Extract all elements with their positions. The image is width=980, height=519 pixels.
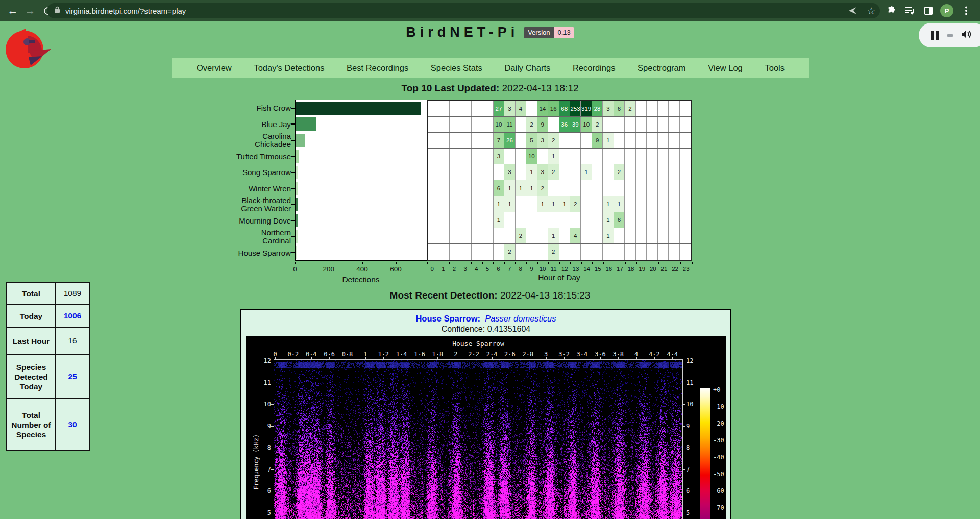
spectrogram-axis-item [528,357,528,359]
heat-cell [658,117,669,132]
spectrogram-axis-item: 6 [686,487,690,495]
species-label-house-sparrow: House Sparrow [214,249,291,257]
spectrogram-axis-item [271,469,274,470]
heat-cell [504,149,515,164]
heat-cell [581,180,592,195]
heat-cell [460,212,471,228]
heat-cell [647,228,657,243]
nav-item-view-log[interactable]: View Log [708,63,743,73]
heat-cell [494,228,504,243]
spectrogram-axis-item [329,357,330,359]
stat-value[interactable]: 1006 [56,305,89,327]
heat-cell [516,133,526,148]
heat-cell [669,196,679,212]
heat-cell: 1 [548,228,559,243]
heat-row-black-throated-green-warbler: 11111211 [428,196,691,212]
nav-item-tools[interactable]: Tools [765,63,785,73]
heat-cell: 9 [537,117,548,132]
address-bar[interactable]: virginia.birdnetpi.com/?stream=play [47,3,880,18]
heat-cell [516,244,526,260]
species-label-black-throated-green-warbler: Black-throated Green Warbler [214,196,291,212]
hour-axis-tick [471,262,472,264]
spectrogram-axis-item [271,404,274,405]
colorbar-tick-label: -30 [713,437,724,444]
menu-dots-icon[interactable] [960,4,973,17]
bookmark-star-icon[interactable]: ☆ [865,4,878,17]
stat-row-species-detected-today: Species Detected Today25 [7,355,89,399]
heat-cell: 2 [592,117,603,132]
birdnetpi-dashboard: ← → virginia.birdnetpi.com/?stream=play … [0,0,980,519]
heat-cell [636,180,647,195]
hour-axis-number: 11 [551,266,557,272]
back-icon[interactable]: ← [4,0,21,21]
profile-avatar[interactable]: P [940,4,953,17]
hour-axis-tick [648,262,649,264]
lock-icon [54,6,60,15]
heat-cell: 1 [559,196,570,212]
detection-card: House Sparrow: Passer domesticus Confide… [240,309,731,519]
detections-axis-label: Detections [342,275,379,284]
heat-cell [680,117,691,132]
forward-icon[interactable]: → [21,0,39,21]
heat-cell [516,196,526,212]
heat-row-winter-wren: 61112 [428,180,691,196]
colorbar-tick-label: -10 [713,403,724,410]
spectrogram-axis-item: 1·6 [414,351,425,358]
nav-item-best-recordings[interactable]: Best Recordings [347,63,408,73]
side-panel-icon[interactable] [922,4,935,17]
version-value: 0.13 [554,27,574,38]
heat-cell [570,244,581,260]
heat-cell [428,244,438,260]
heat-cell [680,180,691,195]
heat-cell [680,149,691,164]
nav-item-species-stats[interactable]: Species Stats [431,63,482,73]
species-common-name[interactable]: House Sparrow: [415,314,480,323]
spectrogram-axis-item [293,357,293,359]
nav-item-today-s-detections[interactable]: Today's Detections [254,63,324,73]
hour-axis-number: 14 [583,266,590,272]
spectrogram-axis-item: 10 [262,401,271,408]
heat-cell [680,133,691,148]
hour-axis-tick [625,262,626,264]
stat-value[interactable]: 25 [56,355,89,398]
send-icon[interactable] [846,4,860,17]
hour-axis-number: 20 [650,266,656,272]
heat-cell [450,133,460,148]
browser-toolbar: ← → virginia.birdnetpi.com/?stream=play … [0,0,980,21]
nav-item-overview[interactable]: Overview [197,63,232,73]
spectrogram-axis-item [348,357,348,359]
spectrogram-axis-item [311,357,312,359]
nav-item-recordings[interactable]: Recordings [573,63,615,73]
stat-label: Total Number of Species [7,399,56,450]
nav-item-spectrogram[interactable]: Spectrogram [638,63,685,73]
heat-cell [636,196,647,212]
heat-cell: 26 [504,133,515,148]
hour-axis-tick [603,262,604,264]
spectrogram-axis-item: 0·2 [288,351,299,358]
heat-cell: 1 [494,196,504,212]
hour-axis-tick [581,262,582,264]
heat-cell [482,164,493,180]
stat-value[interactable]: 30 [56,399,89,450]
heat-cell [460,149,471,164]
spectrogram-axis-item [600,357,601,359]
species-axis-tick [291,140,295,141]
hour-axis-number: 10 [540,266,546,272]
heat-cell: 68 [559,101,570,116]
bar-axis-number: 400 [356,265,368,273]
heat-cell [537,244,548,260]
spectrogram-axis-item [564,357,565,359]
nav-item-daily-charts[interactable]: Daily Charts [504,63,550,73]
species-label-winter-wren: Winter Wren [214,185,291,193]
heat-cell [581,228,592,243]
species-label-song-sparrow: Song Sparrow [214,168,291,177]
extensions-icon[interactable] [885,4,898,17]
confidence-line: Confidence: 0.41351604 [241,325,730,334]
heat-cell [658,196,669,212]
heat-cell [428,149,438,164]
playlist-icon[interactable] [903,4,917,17]
hour-axis-tick [692,262,693,264]
hour-axis-tick [515,262,516,264]
spectrogram-axis-item: 8 [262,444,271,451]
detections-bar-plot [295,100,427,261]
